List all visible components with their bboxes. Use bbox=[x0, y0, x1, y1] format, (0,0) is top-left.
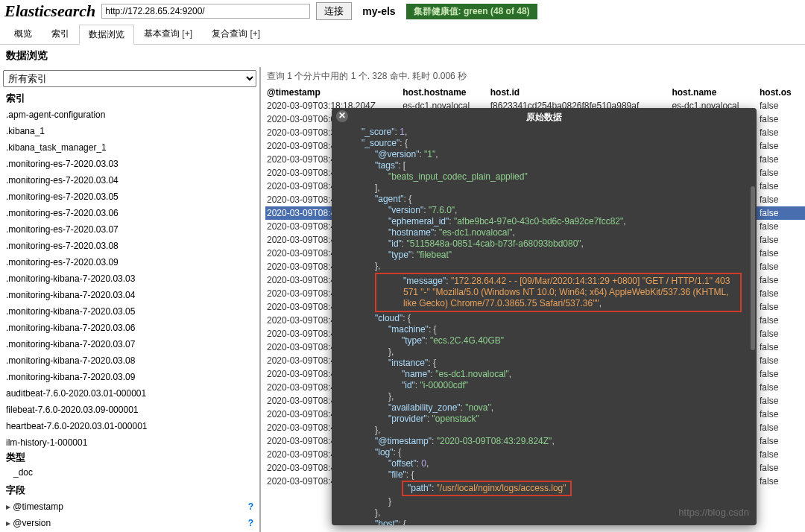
scrollbar-thumb[interactable] bbox=[751, 186, 755, 350]
field-row[interactable]: ▸ @timestamp? bbox=[0, 498, 259, 515]
index-item[interactable]: .monitoring-kibana-7-2020.03.09 bbox=[0, 369, 259, 385]
index-item[interactable]: .monitoring-es-7-2020.03.07 bbox=[0, 221, 259, 238]
chevron-right-icon: ▸ bbox=[6, 501, 10, 512]
close-icon[interactable]: ✕ bbox=[336, 110, 348, 122]
col-header[interactable]: host.id bbox=[489, 86, 671, 99]
field-row[interactable]: ▸ @version? bbox=[0, 515, 259, 531]
sidebar: 所有索引 索引 .apm-agent-configuration.kibana_… bbox=[0, 67, 261, 532]
tab-basic-query[interactable]: 基本查询 [+] bbox=[134, 24, 202, 44]
tab-compound-query[interactable]: 复合查询 [+] bbox=[202, 24, 270, 44]
tabs: 概览 索引 数据浏览 基本查询 [+] 复合查询 [+] bbox=[0, 24, 805, 45]
index-item[interactable]: .monitoring-kibana-7-2020.03.03 bbox=[0, 270, 259, 287]
cluster-health: 集群健康值: green (48 of 48) bbox=[406, 4, 537, 19]
app-brand: Elasticsearch bbox=[4, 1, 95, 21]
raw-data-dialog: ✕ 原始数据 "_score": 1, "_source": { "@versi… bbox=[332, 108, 757, 525]
col-header[interactable]: host.os bbox=[758, 86, 805, 99]
help-icon[interactable]: ? bbox=[248, 518, 253, 528]
index-item[interactable]: .monitoring-es-7-2020.03.09 bbox=[0, 254, 259, 270]
index-select-wrap: 所有索引 bbox=[3, 70, 256, 87]
index-item[interactable]: .monitoring-kibana-7-2020.03.05 bbox=[0, 303, 259, 320]
index-item[interactable]: ilm-history-1-000001 bbox=[0, 434, 259, 449]
page-subtitle: 数据浏览 bbox=[0, 45, 805, 67]
query-summary: 查询 1 个分片中用的 1 个. 328 命中. 耗时 0.006 秒 bbox=[265, 67, 805, 86]
index-item[interactable]: .monitoring-kibana-7-2020.03.06 bbox=[0, 320, 259, 336]
help-icon[interactable]: ? bbox=[248, 501, 253, 512]
index-item[interactable]: .monitoring-kibana-7-2020.03.07 bbox=[0, 336, 259, 352]
col-header[interactable]: host.name bbox=[670, 86, 758, 99]
tab-browse[interactable]: 数据浏览 bbox=[79, 25, 134, 45]
index-item[interactable]: auditbeat-7.6.0-2020.03.01-000001 bbox=[0, 385, 259, 402]
dialog-title: ✕ 原始数据 bbox=[332, 108, 757, 127]
col-header[interactable]: host.hostname bbox=[401, 86, 489, 99]
chevron-right-icon: ▸ bbox=[6, 518, 10, 528]
type-doc[interactable]: _doc bbox=[0, 466, 259, 482]
index-item[interactable]: .monitoring-es-7-2020.03.06 bbox=[0, 205, 259, 221]
fields-list: ▸ @timestamp?▸ @version? bbox=[0, 498, 259, 531]
index-select[interactable]: 所有索引 bbox=[3, 70, 256, 87]
tab-index[interactable]: 索引 bbox=[42, 24, 79, 44]
index-item[interactable]: .monitoring-es-7-2020.03.03 bbox=[0, 156, 259, 172]
plus-icon: [+] bbox=[250, 28, 260, 39]
index-item[interactable]: .monitoring-kibana-7-2020.03.08 bbox=[0, 352, 259, 369]
dialog-body: "_score": 1, "_source": { "@version": "1… bbox=[332, 127, 757, 525]
tab-overview[interactable]: 概览 bbox=[4, 24, 42, 44]
index-item[interactable]: filebeat-7.6.0-2020.03.09-000001 bbox=[0, 402, 259, 418]
index-item[interactable]: .kibana_task_manager_1 bbox=[0, 139, 259, 156]
index-item[interactable]: .monitoring-es-7-2020.03.08 bbox=[0, 238, 259, 254]
index-item[interactable]: .monitoring-es-7-2020.03.05 bbox=[0, 189, 259, 205]
section-type: 类型 bbox=[0, 449, 259, 466]
index-item[interactable]: .kibana_1 bbox=[0, 123, 259, 139]
url-input[interactable] bbox=[101, 4, 310, 19]
table-header: @timestamphost.hostnamehost.idhost.nameh… bbox=[265, 86, 805, 99]
index-item[interactable]: .monitoring-es-7-2020.03.04 bbox=[0, 172, 259, 189]
plus-icon: [+] bbox=[182, 28, 192, 39]
header: Elasticsearch 连接 my-els 集群健康值: green (48… bbox=[0, 0, 805, 22]
index-item[interactable]: heartbeat-7.6.0-2020.03.01-000001 bbox=[0, 418, 259, 434]
cluster-name: my-els bbox=[358, 5, 400, 17]
index-list: .apm-agent-configuration.kibana_1.kibana… bbox=[0, 107, 259, 449]
section-index: 索引 bbox=[0, 90, 259, 107]
section-fields: 字段 bbox=[0, 482, 259, 498]
index-item[interactable]: .monitoring-kibana-7-2020.03.04 bbox=[0, 287, 259, 303]
col-header[interactable]: @timestamp bbox=[265, 86, 401, 99]
connect-button[interactable]: 连接 bbox=[316, 2, 352, 20]
index-item[interactable]: .apm-agent-configuration bbox=[0, 107, 259, 123]
